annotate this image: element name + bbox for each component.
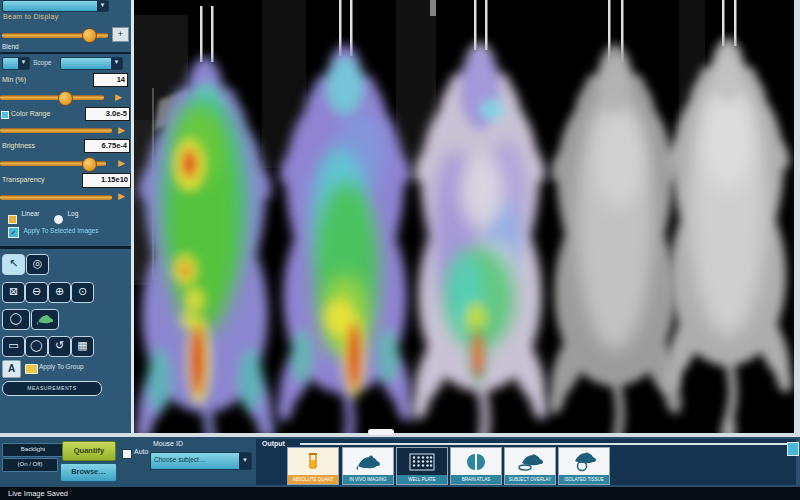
horizontal-scrollbar-thumb[interactable]: [368, 429, 394, 435]
free-roi-button[interactable]: ↺: [48, 336, 71, 357]
apply-images-checkbox[interactable]: ✓: [8, 227, 19, 238]
browse-button[interactable]: Browse…: [60, 463, 117, 482]
output-panel-title: Output: [262, 440, 285, 447]
slider-arrow-icon[interactable]: ▶: [115, 93, 122, 102]
pan-icon: ⊠: [9, 285, 18, 297]
ellipse-roi-button[interactable]: ◯: [2, 309, 30, 330]
transparency-value-field[interactable]: 1.15e10: [82, 173, 131, 188]
beam-to-display-label: Beam to Display: [3, 13, 58, 20]
brightness-slider-knob[interactable]: [82, 157, 97, 172]
quantify-button[interactable]: Quantify: [62, 441, 116, 461]
vial-icon: [288, 448, 338, 475]
output-panel: Output ABSOLUTE QUANT: [256, 439, 796, 485]
min-value-field[interactable]: 14: [93, 73, 128, 87]
linear-radio[interactable]: [8, 215, 17, 224]
ellipse-icon: ◯: [10, 312, 22, 324]
scope-label: Scope: [33, 59, 51, 66]
circle-icon: ◯: [30, 339, 42, 351]
bottom-toolbar: Backlight (On / Off) Quantify Browse… Au…: [0, 437, 800, 487]
chevron-down-icon: ▼: [111, 58, 122, 69]
annotation-tool-button[interactable]: A: [2, 360, 21, 378]
display-mode-value: [3, 1, 108, 2]
apply-images-row: ✓ Apply To Selected Images: [8, 227, 99, 245]
output-button-wellplate[interactable]: WELL PLATE: [396, 447, 448, 485]
zoom-out-icon: ⊖: [32, 285, 41, 297]
pointer-icon: ↖: [9, 257, 18, 269]
mouse-ring-icon: [559, 448, 609, 475]
min-slider-knob[interactable]: [58, 91, 73, 106]
image-canvas[interactable]: [134, 0, 794, 433]
transparency-label: Transparency: [2, 176, 45, 183]
output-button-label: ISOLATED TISSUE: [559, 475, 609, 484]
linear-radio-label: Linear: [21, 210, 39, 217]
panel-scroll-button[interactable]: [787, 442, 799, 456]
add-frame-button[interactable]: +: [112, 27, 129, 42]
palette-dropdown[interactable]: ▼: [60, 57, 123, 70]
rect-roi-button[interactable]: ▭: [2, 336, 25, 357]
zoom-in-button[interactable]: ⊕: [48, 282, 71, 303]
well-plate-icon: [397, 448, 447, 475]
rect-icon: ▭: [8, 339, 18, 351]
color-range-slider-track[interactable]: [0, 128, 112, 133]
pointer-tool-button[interactable]: ↖: [2, 254, 25, 275]
blend-section-label: Blend: [2, 43, 19, 50]
output-button-invivo[interactable]: IN VIVO IMAGING: [342, 447, 394, 485]
color-range-swatch: [1, 111, 9, 119]
zoom-reset-button[interactable]: ⊙: [71, 282, 94, 303]
output-button-brain[interactable]: BRAIN ATLAS: [450, 447, 502, 485]
output-button-label: BRAIN ATLAS: [451, 475, 501, 484]
color-range-value-field[interactable]: 3.0e-5: [85, 107, 130, 121]
scale-mode-group: Linear Log: [8, 210, 78, 228]
circle-roi-button[interactable]: ◯: [25, 336, 48, 357]
brightness-label: Brightness: [2, 142, 35, 149]
log-radio-label: Log: [67, 210, 78, 217]
min-slider-label: Min (%): [2, 76, 26, 83]
display-mode-dropdown[interactable]: ▼: [2, 0, 109, 12]
auto-checkbox-label: Auto: [134, 448, 148, 455]
backlight-button[interactable]: Backlight: [2, 443, 64, 457]
color-range-label: Color Range: [11, 110, 50, 117]
left-control-panel: ▼ Beam to Display + Blend ▼ Scope ▼ Min …: [0, 0, 131, 434]
mouse-icon: [36, 313, 54, 325]
output-button-subject[interactable]: SUBJECT OVERLAY: [504, 447, 556, 485]
blend-mode-dropdown[interactable]: ▼: [2, 57, 30, 70]
mouse-roi-button[interactable]: [31, 309, 59, 330]
slider-arrow-icon[interactable]: ▶: [118, 192, 125, 201]
output-button-tissue[interactable]: ISOLATED TISSUE: [558, 447, 610, 485]
brightness-value-field[interactable]: 6.75e-4: [84, 139, 130, 153]
onoff-button[interactable]: (On / Off): [2, 458, 58, 472]
divider: [0, 246, 131, 249]
grid-icon: ▦: [77, 339, 87, 351]
auto-checkbox[interactable]: [122, 449, 132, 459]
mouse-id-dropdown[interactable]: Choose subject… ▼: [150, 452, 252, 470]
pan-tool-button[interactable]: ⊠: [2, 282, 25, 303]
status-text: Live Image Saved: [8, 489, 68, 498]
mouse-dish-icon: [505, 448, 555, 475]
chevron-down-icon: ▼: [239, 453, 251, 469]
mouse-id-label: Mouse ID: [153, 440, 183, 447]
zoom-reset-icon: ⊙: [78, 285, 87, 297]
apply-group-label: Apply To Group: [39, 363, 84, 370]
mouse-id-value: Choose subject…: [151, 453, 251, 463]
divider: [0, 52, 131, 54]
chevron-down-icon: ▼: [97, 1, 108, 11]
min-slider-track[interactable]: [0, 95, 104, 100]
folder-icon[interactable]: [25, 364, 38, 374]
imaging-app-window: ▼ Beam to Display + Blend ▼ Scope ▼ Min …: [0, 0, 800, 500]
log-radio[interactable]: [54, 215, 63, 224]
measurements-button[interactable]: MEASUREMENTS: [2, 381, 102, 396]
output-button-label: ABSOLUTE QUANT: [288, 475, 338, 484]
status-bar: Live Image Saved: [0, 487, 800, 500]
zoom-out-button[interactable]: ⊖: [25, 282, 48, 303]
slider-arrow-icon[interactable]: ▶: [118, 126, 125, 135]
output-button-vial[interactable]: ABSOLUTE QUANT: [287, 447, 339, 485]
grid-roi-button[interactable]: ▦: [71, 336, 94, 357]
transparency-slider-track[interactable]: [0, 195, 112, 200]
frames-slider-knob[interactable]: [82, 28, 97, 43]
output-button-label: SUBJECT OVERLAY: [505, 475, 555, 484]
crosshair-tool-button[interactable]: ◎: [26, 254, 49, 275]
slider-arrow-icon[interactable]: ▶: [118, 159, 125, 168]
lasso-icon: ↺: [55, 339, 64, 351]
output-button-label: IN VIVO IMAGING: [343, 475, 393, 484]
subject-image: [134, 0, 794, 433]
